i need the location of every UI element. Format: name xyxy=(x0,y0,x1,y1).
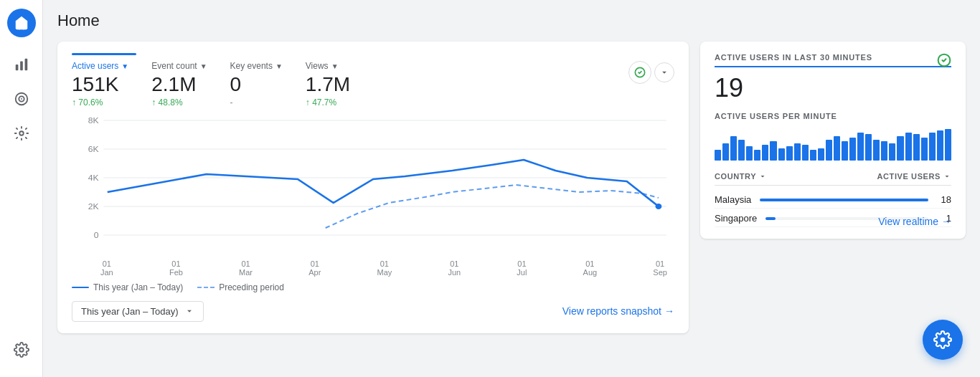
metric-key-events-label: Key events ▼ xyxy=(230,61,283,71)
svg-point-5 xyxy=(21,98,22,100)
settings-icon[interactable] xyxy=(6,334,37,366)
country-col-header[interactable]: COUNTRY xyxy=(715,172,767,181)
table-row: Malaysia 18 xyxy=(715,190,951,209)
mini-bar xyxy=(873,140,880,161)
chart-area: 8K 6K 4K 2K 0 xyxy=(72,113,674,257)
svg-rect-0 xyxy=(15,65,18,70)
mini-bar xyxy=(857,133,864,161)
main-content: Home Active users ▼ 151K ↑ 70.6% xyxy=(43,0,980,377)
chart-card: Active users ▼ 151K ↑ 70.6% Event count … xyxy=(57,42,689,333)
realtime-per-minute-title: ACTIVE USERS PER MINUTE xyxy=(715,112,951,120)
x-label-sep: 01Sep xyxy=(653,259,667,277)
svg-text:2K: 2K xyxy=(88,202,99,210)
country-table-header: COUNTRY ACTIVE USERS xyxy=(715,172,951,186)
mini-bar xyxy=(818,148,824,161)
mini-bar xyxy=(810,150,816,161)
metric-event-count[interactable]: Event count ▼ 2.1M ↑ 48.8% xyxy=(151,61,207,108)
svg-text:6K: 6K xyxy=(88,145,99,153)
metric-views-value: 1.7M xyxy=(306,74,350,96)
metric-views-label: Views ▼ xyxy=(306,61,350,71)
advertising-icon[interactable] xyxy=(6,83,37,115)
mini-bar xyxy=(929,133,936,161)
metrics-row: Active users ▼ 151K ↑ 70.6% Event count … xyxy=(72,61,674,108)
mini-bar xyxy=(849,138,856,161)
chevron-down-icon: ▼ xyxy=(121,62,128,70)
mini-bar xyxy=(865,134,872,161)
mini-bar xyxy=(826,140,832,161)
country-name: Malaysia xyxy=(715,194,751,205)
date-selector[interactable]: This year (Jan – Today) xyxy=(72,301,204,322)
mini-bar xyxy=(730,136,737,161)
svg-text:8K: 8K xyxy=(88,116,99,124)
check-button[interactable] xyxy=(628,61,651,84)
metric-key-events-change: - xyxy=(230,97,283,108)
legend-dashed-line xyxy=(197,287,215,288)
mini-bar xyxy=(722,143,729,161)
svg-point-7 xyxy=(19,348,24,352)
mini-bar xyxy=(881,141,887,161)
view-realtime-button[interactable]: View realtime → xyxy=(878,216,951,227)
country-bar xyxy=(765,217,776,220)
mini-bar xyxy=(802,145,809,161)
configure-icon[interactable] xyxy=(6,118,37,149)
sidebar xyxy=(0,0,43,377)
reports-icon[interactable] xyxy=(6,49,37,80)
legend-this-year: This year (Jan – Today) xyxy=(72,282,183,292)
realtime-title: ACTIVE USERS IN LAST 30 MINUTES xyxy=(715,53,951,67)
metric-views[interactable]: Views ▼ 1.7M ↑ 47.7% xyxy=(306,61,350,108)
svg-point-19 xyxy=(655,204,661,209)
country-bar-wrap xyxy=(760,199,928,201)
logo-button[interactable] xyxy=(7,9,36,37)
mini-bar xyxy=(778,148,785,161)
fab-button[interactable] xyxy=(923,320,963,360)
chart-card-bottom: This year (Jan – Today) View reports sna… xyxy=(72,301,674,322)
realtime-count: 19 xyxy=(715,73,951,103)
metric-active-users[interactable]: Active users ▼ 151K ↑ 70.6% xyxy=(72,61,128,108)
cards-row: Active users ▼ 151K ↑ 70.6% Event count … xyxy=(57,42,966,333)
x-label-jul: 01Jul xyxy=(517,259,527,277)
mini-bar-chart xyxy=(715,126,951,161)
mini-bar xyxy=(762,145,768,161)
metric-event-count-label: Event count ▼ xyxy=(151,61,207,71)
chart-legend: This year (Jan – Today) Preceding period xyxy=(72,282,674,292)
metric-views-change: ↑ 47.7% xyxy=(306,97,350,108)
metric-key-events[interactable]: Key events ▼ 0 - xyxy=(230,61,283,108)
country-bar xyxy=(760,199,928,201)
arrow-icon: → xyxy=(664,305,674,317)
active-tab-bar xyxy=(72,53,136,55)
x-label-feb: 01Feb xyxy=(169,259,183,277)
mini-bar xyxy=(913,134,920,161)
svg-text:0: 0 xyxy=(94,231,99,239)
sidebar-bottom xyxy=(6,334,37,368)
mini-bar xyxy=(786,146,793,161)
active-users-col-header[interactable]: ACTIVE USERS xyxy=(877,172,952,181)
x-axis-labels: 01Jan 01Feb 01Mar 01Apr 01May 01Jun 01Ju… xyxy=(72,257,674,277)
country-name: Singapore xyxy=(715,213,757,224)
chevron-down-icon-4: ▼ xyxy=(331,62,339,70)
mini-bar xyxy=(937,130,943,161)
svg-rect-1 xyxy=(20,61,23,70)
realtime-check-button[interactable] xyxy=(937,53,951,70)
svg-text:4K: 4K xyxy=(88,173,99,181)
mini-bar xyxy=(905,133,912,161)
svg-point-21 xyxy=(941,338,946,343)
arrow-icon-2: → xyxy=(941,216,951,227)
country-value: 18 xyxy=(937,194,951,205)
mini-bar xyxy=(945,129,951,161)
page-title: Home xyxy=(57,11,966,30)
mini-bar xyxy=(889,143,895,161)
dropdown-button[interactable] xyxy=(654,62,674,82)
view-reports-button[interactable]: View reports snapshot → xyxy=(562,305,674,317)
chevron-down-icon-3: ▼ xyxy=(275,62,283,70)
metric-event-count-value: 2.1M xyxy=(151,74,207,96)
mini-bar xyxy=(834,136,840,161)
realtime-card: ACTIVE USERS IN LAST 30 MINUTES 19 ACTIV… xyxy=(700,42,966,239)
svg-point-6 xyxy=(19,131,24,135)
mini-bar xyxy=(897,136,903,161)
x-label-may: 01May xyxy=(377,259,392,277)
mini-bar xyxy=(715,150,721,161)
mini-bar xyxy=(921,138,928,161)
metric-active-users-change: ↑ 70.6% xyxy=(72,97,128,108)
x-label-jan: 01Jan xyxy=(100,259,113,277)
x-label-mar: 01Mar xyxy=(239,259,253,277)
